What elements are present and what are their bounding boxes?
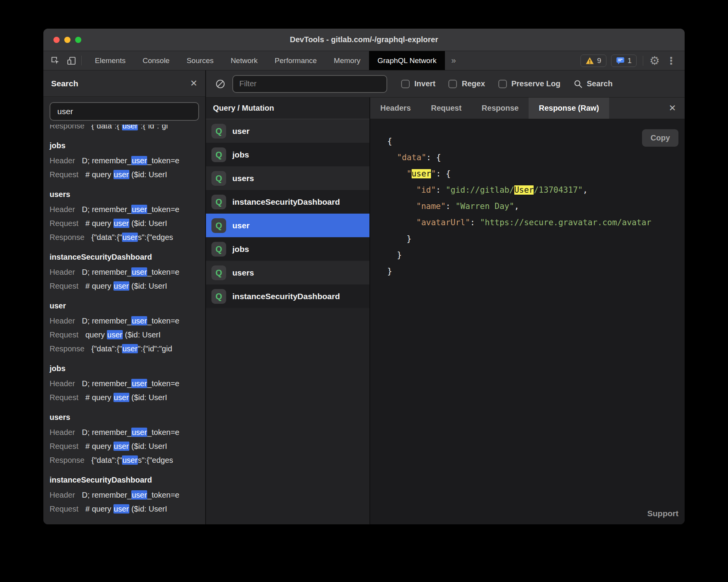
result-text: ($id: UserI bbox=[129, 219, 167, 228]
devtools-toolbar: ElementsConsoleSourcesNetworkPerformance… bbox=[43, 51, 685, 70]
checkbox-box-regex[interactable] bbox=[448, 80, 457, 88]
json-token: : bbox=[436, 185, 446, 195]
toolbar-right: 9 1 ⚙ ⋮ bbox=[580, 51, 685, 70]
filter-input[interactable] bbox=[232, 75, 387, 93]
search-result-section: instanceSecurityDashboardHeaderD; rememb… bbox=[50, 251, 199, 293]
checkbox-regex[interactable]: Regex bbox=[448, 79, 485, 88]
result-text: D; remember_ bbox=[82, 491, 132, 499]
detail-close-icon[interactable]: ✕ bbox=[669, 98, 685, 119]
result-line-label: Response bbox=[50, 230, 84, 244]
device-toolbar-icon[interactable] bbox=[67, 56, 77, 66]
devtools-tab-network[interactable]: Network bbox=[222, 51, 266, 70]
query-row-jobs[interactable]: Qjobs bbox=[206, 143, 369, 166]
search-result-line[interactable]: Response{"data":{"users":{"edges bbox=[50, 453, 199, 467]
search-input[interactable] bbox=[50, 102, 199, 121]
search-result-line[interactable]: Response{"data":{"user":{"id":"gid bbox=[50, 342, 199, 356]
devtools-tab-console[interactable]: Console bbox=[134, 51, 178, 70]
search-close-icon[interactable]: ✕ bbox=[190, 79, 197, 88]
checkbox-box-preserve-log[interactable] bbox=[498, 80, 507, 88]
devtools-tab-graphql-network[interactable]: GraphQL Network bbox=[369, 51, 445, 70]
detail-tab-response-raw[interactable]: Response (Raw) bbox=[529, 98, 609, 119]
result-text: # query bbox=[86, 393, 113, 402]
devtools-tab-memory[interactable]: Memory bbox=[325, 51, 369, 70]
kebab-menu-icon[interactable]: ⋮ bbox=[664, 56, 678, 66]
query-list-title: Query / Mutation bbox=[206, 98, 369, 119]
query-row-instancesecuritydashboard[interactable]: QinstanceSecurityDashboard bbox=[206, 190, 369, 214]
inspect-element-icon[interactable] bbox=[50, 56, 60, 66]
support-link[interactable]: Support bbox=[647, 509, 678, 518]
search-match-highlight: User bbox=[514, 185, 534, 195]
json-line: } bbox=[387, 231, 685, 247]
search-result-line[interactable]: HeaderD; remember_user_token=e bbox=[50, 377, 199, 390]
result-line-content: query user ($id: UserI bbox=[86, 328, 161, 342]
result-section-name: jobs bbox=[50, 139, 199, 152]
json-token: { bbox=[446, 169, 451, 178]
search-result-section: jobsHeaderD; remember_user_token=eReques… bbox=[50, 362, 199, 404]
json-view: {"data": {"user": {"id": "gid://gitlab/U… bbox=[387, 133, 685, 279]
search-result-line[interactable]: Request# query user ($id: UserI bbox=[50, 390, 199, 404]
json-token: { bbox=[436, 153, 441, 162]
search-result-line[interactable]: Request# query user ($id: UserI bbox=[50, 279, 199, 293]
search-result-line[interactable]: HeaderD; remember_user_token=e bbox=[50, 202, 199, 216]
json-line: "name": "Warren Day", bbox=[387, 198, 685, 214]
search-control[interactable]: Search bbox=[573, 79, 613, 89]
detail-tab-response[interactable]: Response bbox=[472, 98, 529, 119]
clear-log-icon[interactable] bbox=[215, 79, 225, 89]
query-row-users[interactable]: Qusers bbox=[206, 261, 369, 284]
query-row-user[interactable]: Quser bbox=[206, 119, 369, 143]
message-count: 1 bbox=[628, 56, 632, 65]
search-result-line[interactable]: Request# query user ($id: UserI bbox=[50, 216, 199, 230]
query-row-instancesecuritydashboard[interactable]: QinstanceSecurityDashboard bbox=[206, 284, 369, 308]
json-token: "id" bbox=[416, 185, 436, 195]
zoom-window-button[interactable] bbox=[75, 37, 81, 43]
minimize-window-button[interactable] bbox=[64, 37, 70, 43]
result-line-label: Header bbox=[50, 154, 75, 168]
query-type-badge: Q bbox=[211, 242, 226, 257]
json-token: "https://secure.gravatar.com/avatar bbox=[480, 218, 651, 227]
json-token: : bbox=[446, 202, 455, 211]
detail-tab-request[interactable]: Request bbox=[421, 98, 472, 119]
more-tabs-chevron[interactable]: » bbox=[445, 51, 462, 70]
query-type-badge: Q bbox=[211, 147, 226, 162]
devtools-tab-performance[interactable]: Performance bbox=[266, 51, 325, 70]
query-row-label: users bbox=[232, 268, 254, 277]
checkbox-invert[interactable]: Invert bbox=[401, 79, 435, 88]
devtools-tab-sources[interactable]: Sources bbox=[178, 51, 222, 70]
search-result-line[interactable]: Response{"data":{"users":{"edges bbox=[50, 230, 199, 244]
json-token: : bbox=[426, 153, 436, 162]
json-token: "gid://gitlab/ bbox=[446, 185, 514, 195]
toolbar-divider bbox=[81, 56, 82, 65]
result-text: # query bbox=[86, 282, 113, 290]
network-column: InvertRegexPreserve Log Search Query / M… bbox=[206, 70, 685, 524]
query-row-jobs[interactable]: Qjobs bbox=[206, 237, 369, 261]
search-result-line[interactable]: HeaderD; remember_user_token=e bbox=[50, 488, 199, 502]
checkbox-box-invert[interactable] bbox=[401, 80, 410, 88]
result-text: _token=e bbox=[147, 379, 179, 388]
search-result-line[interactable]: Request# query user ($id: UserI bbox=[50, 502, 199, 516]
checkbox-preserve-log[interactable]: Preserve Log bbox=[498, 79, 561, 88]
detail-tab-headers[interactable]: Headers bbox=[370, 98, 421, 119]
devtools-tab-elements[interactable]: Elements bbox=[86, 51, 134, 70]
search-result-line[interactable]: Request# query user ($id: UserI bbox=[50, 168, 199, 181]
search-match-highlight: user bbox=[131, 156, 147, 165]
json-token: " bbox=[407, 169, 412, 178]
json-token: , bbox=[514, 202, 519, 211]
search-result-line[interactable]: HeaderD; remember_user_token=e bbox=[50, 154, 199, 168]
search-result-line[interactable]: Request# query user ($id: UserI bbox=[50, 439, 199, 453]
copy-button[interactable]: Copy bbox=[642, 129, 678, 147]
result-line-content: # query user ($id: UserI bbox=[86, 216, 167, 230]
messages-badge[interactable]: 1 bbox=[611, 55, 637, 67]
search-result-line[interactable]: Requestquery user ($id: UserI bbox=[50, 328, 199, 342]
search-result-line[interactable]: HeaderD; remember_user_token=e bbox=[50, 425, 199, 439]
search-panel-title: Search bbox=[51, 79, 78, 88]
settings-gear-icon[interactable]: ⚙ bbox=[649, 55, 660, 67]
search-result-line[interactable]: HeaderD; remember_user_token=e bbox=[50, 265, 199, 279]
warnings-badge[interactable]: 9 bbox=[580, 55, 606, 67]
search-result-line[interactable]: HeaderD; remember_user_token=e bbox=[50, 314, 199, 328]
search-result-line[interactable]: Response{"data":{"user":{"id":"gi bbox=[50, 125, 199, 133]
close-window-button[interactable] bbox=[53, 37, 60, 43]
query-row-user[interactable]: Quser bbox=[206, 214, 369, 237]
search-result-section: userHeaderD; remember_user_token=eReques… bbox=[50, 300, 199, 356]
query-row-users[interactable]: Qusers bbox=[206, 166, 369, 190]
result-text: D; remember_ bbox=[82, 205, 132, 214]
